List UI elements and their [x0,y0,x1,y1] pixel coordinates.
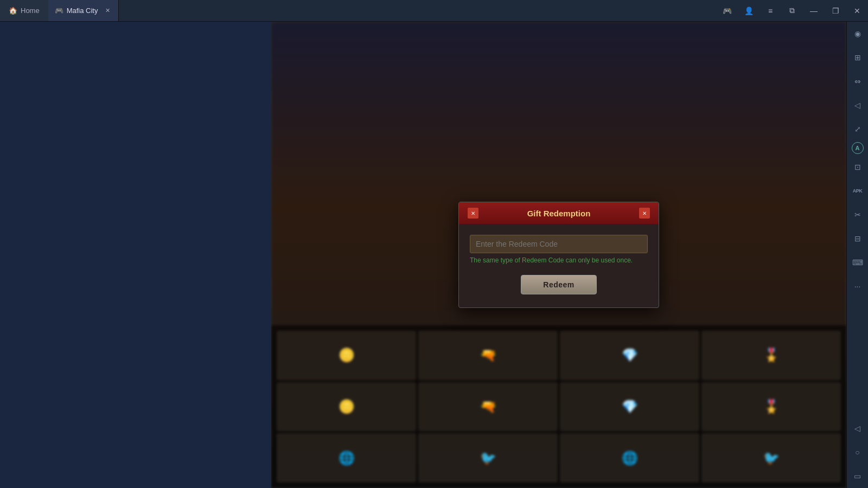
dialog-close-left[interactable]: ✕ [468,208,478,219]
left-panel [0,22,271,488]
home-nav-icon[interactable]: ○ [847,441,869,463]
gamepad-icon[interactable]: 🎮 [716,0,738,22]
home-icon: 🏠 [9,7,17,15]
menu-icon[interactable]: ≡ [760,0,781,22]
dialog-body: The same type of Redeem Code can only be… [459,224,659,307]
keyboard-icon[interactable]: ⌨ [847,252,869,273]
recent-nav-icon[interactable]: ▭ [847,465,869,487]
dialog-overlay: ✕ Gift Redemption ✕ The same type of Red… [271,22,846,488]
game-viewport: 🪙🔫💎🎖️🪙🔫💎🎖️🌐🐦🌐🐦 ✕ Gift Redemption ✕ The s… [271,22,846,488]
redeem-button[interactable]: Redeem [521,275,596,294]
minimize-button[interactable]: — [803,0,825,22]
titlebar: 🏠 Home 🎮 Mafia City ✕ 🎮 👤 ≡ ⧉ — ❐ ✕ [0,0,868,22]
dialog-title: Gift Redemption [478,209,639,218]
grid-icon[interactable]: ⊞ [847,47,869,68]
screenshot-icon[interactable]: ⊟ [847,228,869,249]
home-tab-label: Home [21,7,40,15]
resize-icon[interactable]: ⇔ [847,70,869,92]
apk-icon[interactable]: APK [847,180,869,202]
dialog-close-right[interactable]: ✕ [639,208,650,219]
cut-icon[interactable]: ✂ [847,204,869,226]
tab-close-button[interactable]: ✕ [103,7,112,15]
redeem-code-input[interactable] [470,235,648,253]
mafia-city-tab-icon: 🎮 [55,7,63,15]
volume-icon[interactable]: ◁ [847,94,869,116]
redeem-hint-text: The same type of Redeem Code can only be… [470,256,648,264]
profile-circle-icon[interactable]: ◉ [847,23,869,44]
main-area: 🪙🔫💎🎖️🪙🔫💎🎖️🌐🐦🌐🐦 ✕ Gift Redemption ✕ The s… [0,22,846,488]
restore-button[interactable]: ❐ [825,0,846,22]
record-icon[interactable]: ⧉ [781,0,803,22]
home-tab[interactable]: 🏠 Home [0,0,48,21]
close-button[interactable]: ✕ [846,0,868,22]
download-icon[interactable]: ⊡ [847,156,869,178]
dialog-header: ✕ Gift Redemption ✕ [459,202,659,224]
more-icon[interactable]: ··· [847,275,869,297]
expand-icon[interactable]: ⤢ [847,118,869,140]
titlebar-controls: 🎮 👤 ≡ ⧉ — ❐ ✕ [716,0,868,21]
gift-redemption-dialog: ✕ Gift Redemption ✕ The same type of Red… [458,202,659,308]
mafia-city-tab-label: Mafia City [67,7,98,15]
account-sidebar-icon[interactable]: A [852,142,864,154]
account-icon[interactable]: 👤 [738,0,760,22]
mafia-city-tab[interactable]: 🎮 Mafia City ✕ [48,0,119,21]
back-nav-icon[interactable]: ◁ [847,418,869,439]
right-sidebar: ◉ ⊞ ⇔ ◁ ⤢ A ⊡ APK ✂ ⊟ ⌨ ··· ◁ ○ ▭ [846,22,868,488]
